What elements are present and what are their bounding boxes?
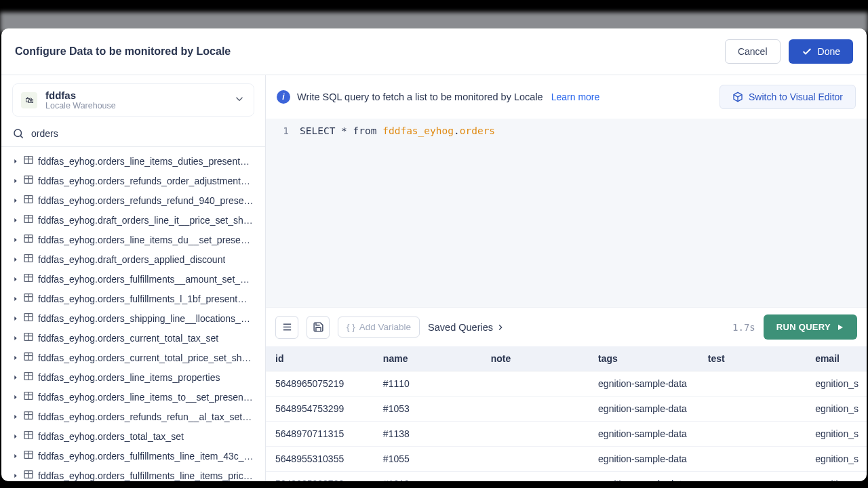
svg-marker-50 xyxy=(14,395,16,399)
cell-note xyxy=(483,472,590,482)
column-header-name[interactable]: name xyxy=(375,346,483,371)
sidebar: 🛍 fddfas Locale Warehouse fddfas_eyhog.o… xyxy=(1,75,266,481)
results-panel[interactable]: idnamenotetagstestemail 5648965075219#11… xyxy=(266,346,867,481)
table-item[interactable]: fddfas_eyhog.orders_fulfillments_line_it… xyxy=(1,446,265,466)
table-item[interactable]: fddfas_eyhog.orders_refunds_refun__al_ta… xyxy=(1,407,265,426)
column-header-tags[interactable]: tags xyxy=(590,346,700,371)
cell-id: 5648970711315 xyxy=(266,422,375,447)
table-label: fddfas_eyhog.orders_refunds_order_adjust… xyxy=(38,176,254,186)
svg-marker-38 xyxy=(14,336,16,340)
caret-right-icon xyxy=(12,215,19,226)
table-label: fddfas_eyhog.orders_fulfillments_line_it… xyxy=(38,451,254,462)
table-row[interactable]: 5648965075219#1110egnition-sample-dataeg… xyxy=(266,371,867,396)
table-item[interactable]: fddfas_eyhog.orders_line_items_duties_pr… xyxy=(1,151,265,171)
table-row[interactable]: 5648970711315#1138egnition-sample-dataeg… xyxy=(266,422,867,447)
add-variable-button[interactable]: { } Add Variable xyxy=(338,317,420,338)
table-icon xyxy=(23,214,34,226)
table-item[interactable]: fddfas_eyhog.orders_total_tax_set xyxy=(1,426,265,446)
column-header-email[interactable]: email xyxy=(807,346,867,371)
info-text: Write SQL query to fetch a list to be mo… xyxy=(297,92,543,102)
table-item[interactable]: fddfas_eyhog.orders_fulfillments_l_1bf_p… xyxy=(1,289,265,308)
table-icon xyxy=(23,174,34,187)
table-item[interactable]: fddfas_eyhog.orders_current_total_price_… xyxy=(1,348,265,367)
cell-email: egnition_s xyxy=(807,422,867,447)
format-button[interactable] xyxy=(275,316,298,339)
column-header-id[interactable]: id xyxy=(266,346,375,371)
table-search xyxy=(1,122,265,147)
run-query-button[interactable]: RUN QUERY xyxy=(764,314,857,340)
cube-icon xyxy=(732,92,743,102)
table-item[interactable]: fddfas_eyhog.draft_orders_line_it__price… xyxy=(1,210,265,230)
table-item[interactable]: fddfas_eyhog.orders_fulfillments_line_it… xyxy=(1,466,265,481)
modal-header: Configure Data to be monitored by Locale… xyxy=(1,28,867,75)
column-header-test[interactable]: test xyxy=(700,346,807,371)
table-row[interactable]: 5648954753299#1053egnition-sample-dataeg… xyxy=(266,396,867,422)
svg-marker-18 xyxy=(14,238,16,242)
table-label: fddfas_eyhog.orders_shipping_line__lloca… xyxy=(38,313,254,324)
cell-note xyxy=(483,396,590,422)
caret-right-icon xyxy=(12,470,19,481)
table-tree[interactable]: fddfas_eyhog.orders_line_items_duties_pr… xyxy=(1,147,265,481)
search-input[interactable] xyxy=(31,128,254,139)
caret-right-icon xyxy=(12,392,19,403)
table-label: fddfas_eyhog.orders_line_items_duties_pr… xyxy=(38,156,254,167)
table-label: fddfas_eyhog.orders_line_items_to__set_p… xyxy=(38,392,254,403)
table-icon xyxy=(23,469,34,481)
cell-note xyxy=(483,422,590,447)
table-label: fddfas_eyhog.draft_orders_line_it__price… xyxy=(38,215,253,226)
svg-marker-46 xyxy=(14,375,16,380)
done-button[interactable]: Done xyxy=(789,39,853,64)
cell-email: egnition_s xyxy=(807,371,867,396)
cancel-button[interactable]: Cancel xyxy=(725,39,781,64)
table-item[interactable]: fddfas_eyhog.orders_line_items_to__set_p… xyxy=(1,387,265,407)
caret-right-icon xyxy=(12,274,19,285)
cell-name: #1053 xyxy=(375,396,483,422)
caret-right-icon xyxy=(12,235,19,245)
column-header-note[interactable]: note xyxy=(483,346,590,371)
cell-name: #1019 xyxy=(375,472,483,482)
caret-right-icon xyxy=(12,293,19,304)
svg-marker-62 xyxy=(14,454,16,458)
datasource-selector[interactable]: 🛍 fddfas Locale Warehouse xyxy=(12,83,254,117)
save-query-button[interactable] xyxy=(307,316,330,339)
table-row[interactable]: 5648925032723#1019egnition-sample-dataeg… xyxy=(266,472,867,482)
table-icon xyxy=(23,449,34,462)
table-label: fddfas_eyhog.orders_fulfillments__amount… xyxy=(38,274,254,285)
caret-right-icon xyxy=(12,352,19,363)
svg-marker-6 xyxy=(14,179,16,183)
table-icon xyxy=(23,371,34,384)
cell-name: #1110 xyxy=(375,371,483,396)
table-item[interactable]: fddfas_eyhog.orders_current_total_tax_se… xyxy=(1,328,265,348)
cell-test xyxy=(700,422,807,447)
save-icon xyxy=(313,321,324,333)
cell-tags: egnition-sample-data xyxy=(590,422,700,447)
table-icon xyxy=(23,331,34,344)
table-label: fddfas_eyhog.orders_total_tax_set xyxy=(38,431,184,442)
chevron-down-icon xyxy=(233,93,245,107)
cell-test xyxy=(700,371,807,396)
table-item[interactable]: fddfas_eyhog.orders_line_items_du__set_p… xyxy=(1,230,265,249)
table-icon xyxy=(23,430,34,443)
table-item[interactable]: fddfas_eyhog.draft_orders_applied_discou… xyxy=(1,249,265,269)
table-icon xyxy=(23,233,34,246)
table-item[interactable]: fddfas_eyhog.orders_refunds_refund_940_p… xyxy=(1,190,265,210)
switch-visual-editor-button[interactable]: Switch to Visual Editor xyxy=(719,85,856,109)
table-label: fddfas_eyhog.orders_fulfillments_l_1bf_p… xyxy=(38,293,254,304)
saved-queries-link[interactable]: Saved Queries xyxy=(428,322,505,333)
cell-tags: egnition-sample-data xyxy=(590,472,700,482)
datasource-subtitle: Locale Warehouse xyxy=(45,101,225,110)
table-item[interactable]: fddfas_eyhog.orders_shipping_line__lloca… xyxy=(1,308,265,328)
table-label: fddfas_eyhog.orders_current_total_price_… xyxy=(38,352,254,363)
table-item[interactable]: fddfas_eyhog.orders_line_items_propertie… xyxy=(1,367,265,387)
table-item[interactable]: fddfas_eyhog.orders_fulfillments__amount… xyxy=(1,269,265,289)
cell-test xyxy=(700,396,807,422)
svg-marker-14 xyxy=(14,218,16,222)
table-row[interactable]: 5648955310355#1055egnition-sample-dataeg… xyxy=(266,447,867,472)
sql-editor[interactable]: 1SELECT * from fddfas_eyhog.orders xyxy=(266,119,867,307)
table-item[interactable]: fddfas_eyhog.orders_refunds_order_adjust… xyxy=(1,171,265,190)
learn-more-link[interactable]: Learn more xyxy=(551,92,600,102)
line-number: 1 xyxy=(275,125,289,136)
main-panel: i Write SQL query to fetch a list to be … xyxy=(266,75,867,481)
cell-email: egnition_s xyxy=(807,472,867,482)
caret-right-icon xyxy=(12,451,19,462)
